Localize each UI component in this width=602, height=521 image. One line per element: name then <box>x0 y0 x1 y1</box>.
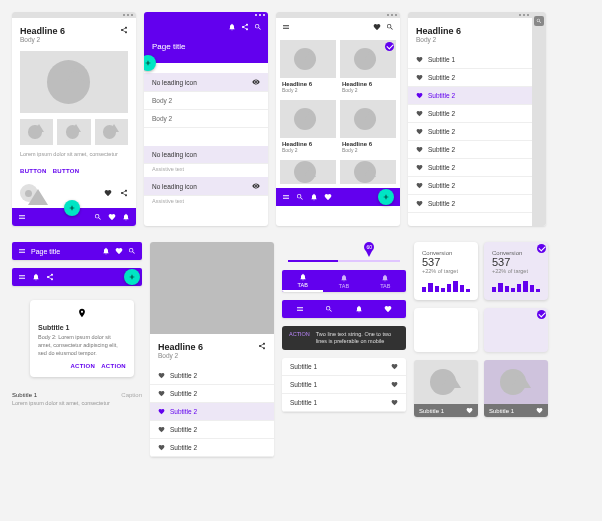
list-item[interactable]: Subtitle 2 <box>150 421 274 439</box>
button-row: BUTTON BUTTON <box>12 164 136 180</box>
card-image <box>414 360 478 404</box>
heart-icon[interactable] <box>466 407 473 414</box>
bell-icon[interactable] <box>32 273 40 281</box>
snackbar-action[interactable]: ACTION <box>289 331 310 345</box>
action-button[interactable]: ACTION <box>70 363 95 369</box>
heart-icon[interactable] <box>391 381 398 388</box>
heart-icon[interactable] <box>104 189 112 197</box>
list-item[interactable]: No leading icon <box>144 177 268 196</box>
list-item[interactable]: Subtitle 2 <box>408 105 532 123</box>
menu-icon[interactable] <box>282 23 290 31</box>
share-icon[interactable] <box>120 26 128 34</box>
grid-tile[interactable]: Headline 6Body 2 <box>280 100 336 156</box>
menu-icon[interactable] <box>18 247 26 255</box>
empty-card-selected[interactable] <box>484 308 548 352</box>
heart-icon[interactable] <box>536 407 543 414</box>
stat-card-selected[interactable]: Conversion 537 +22% of target <box>484 242 548 300</box>
list-item[interactable]: No leading icon <box>144 146 268 164</box>
heart-icon[interactable] <box>373 23 381 31</box>
list-item[interactable]: Subtitle 2 <box>408 159 532 177</box>
share-icon[interactable] <box>46 273 54 281</box>
search-icon[interactable] <box>386 23 394 31</box>
heart-icon <box>158 426 165 433</box>
check-icon <box>537 244 546 253</box>
thumb[interactable] <box>57 119 90 145</box>
list-item[interactable]: Subtitle 2 <box>408 177 532 195</box>
text-button[interactable]: BUTTON <box>53 168 80 174</box>
grid-tile[interactable] <box>340 160 396 184</box>
share-icon[interactable] <box>241 23 249 31</box>
fab[interactable] <box>64 200 80 216</box>
bell-icon[interactable] <box>310 193 318 201</box>
fab[interactable] <box>378 189 394 205</box>
grid-tile[interactable]: Headline 6Body 2 <box>340 40 396 96</box>
list-item[interactable]: Subtitle 1 <box>282 358 406 376</box>
list-item[interactable]: Subtitle 2 <box>408 195 532 213</box>
bell-icon[interactable] <box>228 23 236 31</box>
heart-icon <box>416 164 423 171</box>
share-icon[interactable] <box>258 342 266 350</box>
grid-tile[interactable]: Headline 6Body 2 <box>340 100 396 156</box>
search-icon[interactable] <box>325 305 333 313</box>
list-item[interactable]: Subtitle 1 <box>282 394 406 412</box>
list-item[interactable]: Subtitle 2 <box>408 69 532 87</box>
list-item[interactable]: Subtitle 2 <box>150 367 274 385</box>
eye-icon <box>252 182 260 190</box>
tab[interactable]: TAB <box>365 270 406 292</box>
image-card-selected[interactable]: Subtitle 1 <box>484 360 548 417</box>
list-item[interactable]: Body 2 <box>144 92 268 110</box>
text-button[interactable]: BUTTON <box>20 168 47 174</box>
list-item[interactable]: Subtitle 1 <box>408 51 532 69</box>
empty-card[interactable] <box>414 308 478 352</box>
bell-icon[interactable] <box>102 247 110 255</box>
list-item[interactable]: Subtitle 2 <box>150 385 274 403</box>
search-icon[interactable] <box>128 247 136 255</box>
share-icon[interactable] <box>120 189 128 197</box>
search-icon[interactable] <box>94 213 102 221</box>
thumb[interactable] <box>20 119 53 145</box>
heart-icon <box>158 372 165 379</box>
tab[interactable]: TAB <box>282 270 323 292</box>
search-icon[interactable] <box>254 23 262 31</box>
action-button[interactable]: ACTION <box>101 363 126 369</box>
list-item[interactable]: No leading icon <box>144 73 268 92</box>
fab[interactable] <box>124 269 140 285</box>
snackbar: ACTION Two line text string. One to two … <box>282 326 406 350</box>
image-card[interactable]: Subtitle 1 <box>414 360 478 417</box>
menu-icon[interactable] <box>18 213 26 221</box>
menu-icon[interactable] <box>18 273 26 281</box>
list-item-selected[interactable]: Subtitle 2 <box>408 87 532 105</box>
tab[interactable]: TAB <box>323 270 364 292</box>
body: Body 2 <box>158 352 203 359</box>
heart-icon[interactable] <box>108 213 116 221</box>
slider-sample[interactable]: 60 <box>282 242 406 262</box>
heart-icon[interactable] <box>391 363 398 370</box>
headline: Headline 6 <box>158 342 203 352</box>
heart-icon[interactable] <box>384 305 392 313</box>
list-item-selected[interactable]: Subtitle 2 <box>150 403 274 421</box>
bell-icon[interactable] <box>355 305 363 313</box>
body: Body 2 <box>416 36 524 43</box>
list-item[interactable]: Subtitle 2 <box>408 123 532 141</box>
assistive-text: Assistive text <box>144 164 268 177</box>
page-title: Page title <box>31 248 60 255</box>
bell-icon[interactable] <box>122 213 130 221</box>
stat-card[interactable]: Conversion 537 +22% of target <box>414 242 478 300</box>
grid-tile[interactable]: Headline 6Body 2 <box>280 40 336 96</box>
bottom-app-bar <box>276 188 400 206</box>
heart-icon[interactable] <box>115 247 123 255</box>
heart-icon[interactable] <box>324 193 332 201</box>
list-item[interactable]: Subtitle 2 <box>150 439 274 457</box>
rail-search-button[interactable] <box>534 16 544 26</box>
list-item[interactable]: Subtitle 1 <box>282 376 406 394</box>
list-item[interactable]: Subtitle 2 <box>408 141 532 159</box>
menu-icon[interactable] <box>296 305 304 313</box>
menu-icon[interactable] <box>282 193 290 201</box>
grid-tile[interactable] <box>280 160 336 184</box>
search-icon[interactable] <box>296 193 304 201</box>
thumb[interactable] <box>95 119 128 145</box>
list-item[interactable]: Body 2 <box>144 110 268 128</box>
heart-icon[interactable] <box>391 399 398 406</box>
stat-value: 537 <box>422 256 470 268</box>
stat-pct: +22% of target <box>422 268 470 274</box>
